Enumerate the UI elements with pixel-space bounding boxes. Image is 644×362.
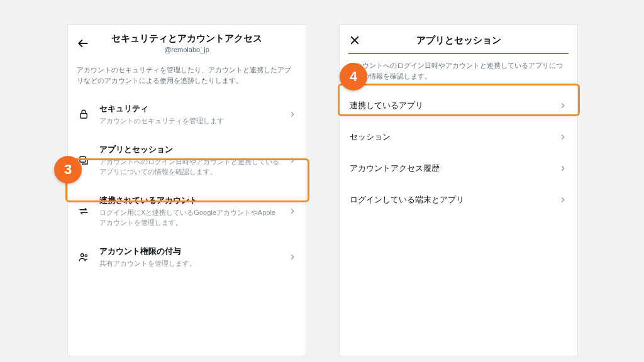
row-access-history[interactable]: アカウントアクセス履歴 bbox=[340, 153, 577, 184]
row-label: セッション bbox=[350, 131, 391, 143]
close-icon[interactable] bbox=[347, 33, 362, 48]
swap-icon bbox=[77, 204, 91, 218]
nav-body: アカウント権限の付与 共有アカウントを管理します。 bbox=[99, 246, 279, 269]
nav-title: アプリとセッション bbox=[99, 144, 279, 155]
chevron-right-icon bbox=[288, 110, 297, 119]
nav-title: 連携されているアカウント bbox=[99, 195, 279, 206]
header-left: セキュリティとアカウントアクセス @remolabo_jp bbox=[68, 25, 306, 58]
panel-apps-sessions: アプリとセッション アカウントへのログイン日時やアカウントと連携しているアプリに… bbox=[339, 25, 578, 356]
nav-item-security[interactable]: セキュリティ アカウントのセキュリティを管理します bbox=[68, 94, 306, 135]
step-badge-3: 3 bbox=[54, 156, 82, 184]
nav-desc: 共有アカウントを管理します。 bbox=[99, 258, 279, 269]
nav-body: アプリとセッション アカウントへのログイン日時やアカウントと連携しているアプリに… bbox=[99, 144, 279, 177]
chevron-right-icon bbox=[558, 133, 567, 141]
svg-rect-1 bbox=[80, 114, 87, 119]
header-center: セキュリティとアカウントアクセス @remolabo_jp bbox=[98, 33, 275, 53]
chevron-right-icon bbox=[288, 156, 297, 165]
back-arrow-icon[interactable] bbox=[75, 36, 91, 51]
header-center: アプリとセッション bbox=[370, 35, 547, 47]
svg-point-4 bbox=[85, 255, 87, 256]
svg-rect-2 bbox=[80, 156, 86, 162]
nav-item-delegate[interactable]: アカウント権限の付与 共有アカウントを管理します。 bbox=[68, 237, 306, 278]
header-right: アプリとセッション bbox=[340, 25, 577, 53]
step-badge-4: 4 bbox=[340, 63, 367, 90]
lock-icon bbox=[77, 107, 91, 121]
row-label: アカウントアクセス履歴 bbox=[350, 163, 440, 174]
row-label: 連携しているアプリ bbox=[350, 100, 423, 111]
intro-text: アカウントへのログイン日時やアカウントと連携しているアプリについての情報を確認し… bbox=[340, 54, 577, 90]
nav-item-apps-sessions[interactable]: アプリとセッション アカウントへのログイン日時やアカウントと連携しているアプリに… bbox=[68, 135, 306, 186]
chevron-right-icon bbox=[558, 164, 567, 173]
people-icon bbox=[77, 250, 91, 264]
row-connected-apps[interactable]: 連携しているアプリ bbox=[340, 90, 577, 121]
row-logged-in-devices[interactable]: ログインしている端末とアプリ bbox=[340, 184, 577, 216]
svg-point-3 bbox=[81, 254, 84, 257]
panel-security-access: セキュリティとアカウントアクセス @remolabo_jp アカウントのセキュリ… bbox=[67, 25, 306, 356]
row-label: ログインしている端末とアプリ bbox=[350, 194, 464, 206]
page-title: アプリとセッション bbox=[370, 35, 547, 47]
nav-body: セキュリティ アカウントのセキュリティを管理します bbox=[99, 103, 279, 126]
nav-desc: アカウントへのログイン日時やアカウントと連携しているアプリについての情報を確認し… bbox=[99, 156, 279, 177]
chevron-right-icon bbox=[288, 253, 297, 261]
nav-body: 連携されているアカウント ログイン用にXと連携しているGoogleアカウントやA… bbox=[99, 195, 279, 228]
nav-item-connected-accounts[interactable]: 連携されているアカウント ログイン用にXと連携しているGoogleアカウントやA… bbox=[68, 186, 306, 237]
row-sessions[interactable]: セッション bbox=[340, 121, 577, 153]
chevron-right-icon bbox=[558, 195, 567, 204]
chevron-right-icon bbox=[288, 207, 297, 216]
page-title: セキュリティとアカウントアクセス bbox=[98, 33, 275, 45]
nav-desc: アカウントのセキュリティを管理します bbox=[99, 116, 279, 126]
account-handle: @remolabo_jp bbox=[98, 46, 275, 53]
nav-title: アカウント権限の付与 bbox=[99, 246, 279, 257]
chevron-right-icon bbox=[558, 101, 567, 110]
nav-title: セキュリティ bbox=[99, 103, 279, 114]
nav-desc: ログイン用にXと連携しているGoogleアカウントやAppleアカウントを管理し… bbox=[99, 207, 279, 228]
intro-text: アカウントのセキュリティを管理したり、アカウントと連携したアプリなどのアカウント… bbox=[68, 58, 306, 94]
